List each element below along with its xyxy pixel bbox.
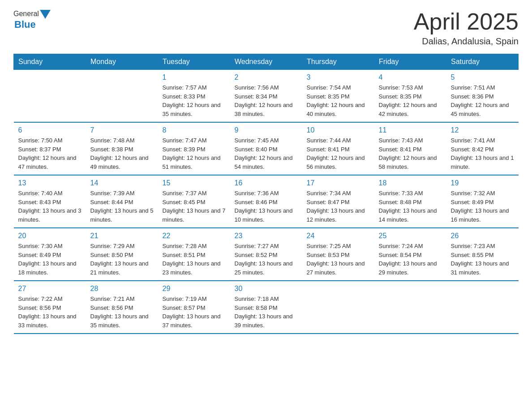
calendar-cell: 18Sunrise: 7:33 AMSunset: 8:48 PMDayligh… — [374, 175, 446, 228]
day-number: 24 — [307, 232, 370, 240]
calendar-cell: 2Sunrise: 7:56 AMSunset: 8:34 PMDaylight… — [230, 70, 302, 123]
day-info: Sunrise: 7:51 AMSunset: 8:36 PMDaylight:… — [451, 83, 514, 118]
calendar-cell: 26Sunrise: 7:23 AMSunset: 8:55 PMDayligh… — [446, 228, 519, 281]
day-number: 11 — [379, 126, 442, 134]
weekday-saturday: Saturday — [446, 54, 519, 70]
day-info: Sunrise: 7:32 AMSunset: 8:49 PMDaylight:… — [451, 189, 514, 224]
calendar-week-row: 6Sunrise: 7:50 AMSunset: 8:37 PMDaylight… — [14, 122, 519, 175]
day-number: 5 — [451, 73, 514, 81]
day-info: Sunrise: 7:34 AMSunset: 8:47 PMDaylight:… — [307, 189, 370, 224]
day-info: Sunrise: 7:53 AMSunset: 8:35 PMDaylight:… — [379, 83, 442, 118]
calendar-cell: 5Sunrise: 7:51 AMSunset: 8:36 PMDaylight… — [446, 70, 519, 123]
day-number: 8 — [163, 126, 226, 134]
day-number: 1 — [163, 73, 226, 81]
day-info: Sunrise: 7:56 AMSunset: 8:34 PMDaylight:… — [235, 83, 298, 118]
calendar-cell — [86, 70, 158, 123]
day-info: Sunrise: 7:22 AMSunset: 8:56 PMDaylight:… — [18, 295, 82, 330]
logo: General Blue — [13, 9, 51, 30]
day-number: 15 — [163, 179, 226, 187]
calendar-cell: 22Sunrise: 7:28 AMSunset: 8:51 PMDayligh… — [158, 228, 230, 281]
calendar-cell: 20Sunrise: 7:30 AMSunset: 8:49 PMDayligh… — [14, 228, 86, 281]
day-number: 7 — [90, 126, 154, 134]
calendar-cell — [374, 281, 446, 334]
day-number: 22 — [163, 232, 226, 240]
calendar-week-row: 13Sunrise: 7:40 AMSunset: 8:43 PMDayligh… — [14, 175, 519, 228]
day-number: 12 — [451, 126, 514, 134]
calendar-week-row: 1Sunrise: 7:57 AMSunset: 8:33 PMDaylight… — [14, 70, 519, 123]
day-number: 17 — [307, 179, 370, 187]
day-number: 19 — [451, 179, 514, 187]
day-info: Sunrise: 7:54 AMSunset: 8:35 PMDaylight:… — [307, 83, 370, 118]
calendar-cell: 9Sunrise: 7:45 AMSunset: 8:40 PMDaylight… — [230, 122, 302, 175]
day-info: Sunrise: 7:39 AMSunset: 8:44 PMDaylight:… — [90, 189, 154, 224]
calendar-cell: 21Sunrise: 7:29 AMSunset: 8:50 PMDayligh… — [86, 228, 158, 281]
weekday-header-row: SundayMondayTuesdayWednesdayThursdayFrid… — [14, 54, 519, 70]
weekday-tuesday: Tuesday — [158, 54, 230, 70]
calendar-cell: 19Sunrise: 7:32 AMSunset: 8:49 PMDayligh… — [446, 175, 519, 228]
day-info: Sunrise: 7:44 AMSunset: 8:41 PMDaylight:… — [307, 136, 370, 171]
day-number: 6 — [18, 126, 82, 134]
day-number: 18 — [379, 179, 442, 187]
calendar-cell: 7Sunrise: 7:48 AMSunset: 8:38 PMDaylight… — [86, 122, 158, 175]
day-info: Sunrise: 7:47 AMSunset: 8:39 PMDaylight:… — [163, 136, 226, 171]
day-info: Sunrise: 7:41 AMSunset: 8:42 PMDaylight:… — [451, 136, 514, 171]
weekday-friday: Friday — [374, 54, 446, 70]
title-area: April 2025 Dalias, Andalusia, Spain — [414, 9, 519, 47]
day-number: 13 — [18, 179, 82, 187]
day-number: 30 — [235, 285, 298, 293]
day-info: Sunrise: 7:57 AMSunset: 8:33 PMDaylight:… — [163, 83, 226, 118]
day-number: 28 — [90, 285, 154, 293]
day-number: 27 — [18, 285, 82, 293]
location-label: Dalias, Andalusia, Spain — [414, 36, 519, 47]
calendar-cell: 23Sunrise: 7:27 AMSunset: 8:52 PMDayligh… — [230, 228, 302, 281]
day-info: Sunrise: 7:36 AMSunset: 8:46 PMDaylight:… — [235, 189, 298, 224]
calendar-cell: 11Sunrise: 7:43 AMSunset: 8:41 PMDayligh… — [374, 122, 446, 175]
day-number: 2 — [235, 73, 298, 81]
logo-arrow-icon — [40, 10, 51, 19]
calendar-cell: 3Sunrise: 7:54 AMSunset: 8:35 PMDaylight… — [302, 70, 374, 123]
day-number: 10 — [307, 126, 370, 134]
calendar-table: SundayMondayTuesdayWednesdayThursdayFrid… — [13, 54, 519, 334]
calendar-cell: 17Sunrise: 7:34 AMSunset: 8:47 PMDayligh… — [302, 175, 374, 228]
calendar-cell: 29Sunrise: 7:19 AMSunset: 8:57 PMDayligh… — [158, 281, 230, 334]
calendar-cell: 30Sunrise: 7:18 AMSunset: 8:58 PMDayligh… — [230, 281, 302, 334]
day-info: Sunrise: 7:24 AMSunset: 8:54 PMDaylight:… — [379, 242, 442, 277]
day-number: 26 — [451, 232, 514, 240]
calendar-cell — [446, 281, 519, 334]
day-info: Sunrise: 7:21 AMSunset: 8:56 PMDaylight:… — [90, 295, 154, 330]
calendar-cell: 14Sunrise: 7:39 AMSunset: 8:44 PMDayligh… — [86, 175, 158, 228]
calendar-cell: 8Sunrise: 7:47 AMSunset: 8:39 PMDaylight… — [158, 122, 230, 175]
day-info: Sunrise: 7:45 AMSunset: 8:40 PMDaylight:… — [235, 136, 298, 171]
calendar-cell: 6Sunrise: 7:50 AMSunset: 8:37 PMDaylight… — [14, 122, 86, 175]
day-number: 25 — [379, 232, 442, 240]
calendar-cell: 24Sunrise: 7:25 AMSunset: 8:53 PMDayligh… — [302, 228, 374, 281]
day-info: Sunrise: 7:40 AMSunset: 8:43 PMDaylight:… — [18, 189, 82, 224]
calendar-cell: 12Sunrise: 7:41 AMSunset: 8:42 PMDayligh… — [446, 122, 519, 175]
day-info: Sunrise: 7:43 AMSunset: 8:41 PMDaylight:… — [379, 136, 442, 171]
weekday-wednesday: Wednesday — [230, 54, 302, 70]
day-number: 29 — [163, 285, 226, 293]
day-info: Sunrise: 7:29 AMSunset: 8:50 PMDaylight:… — [90, 242, 154, 277]
logo-blue-text: Blue — [14, 19, 36, 30]
calendar-week-row: 27Sunrise: 7:22 AMSunset: 8:56 PMDayligh… — [14, 281, 519, 334]
day-number: 4 — [379, 73, 442, 81]
page-header: General Blue April 2025 Dalias, Andalusi… — [13, 9, 519, 47]
day-number: 3 — [307, 73, 370, 81]
calendar-cell — [14, 70, 86, 123]
weekday-monday: Monday — [86, 54, 158, 70]
calendar-cell: 16Sunrise: 7:36 AMSunset: 8:46 PMDayligh… — [230, 175, 302, 228]
day-number: 14 — [90, 179, 154, 187]
day-info: Sunrise: 7:27 AMSunset: 8:52 PMDaylight:… — [235, 242, 298, 277]
calendar-cell: 15Sunrise: 7:37 AMSunset: 8:45 PMDayligh… — [158, 175, 230, 228]
day-number: 16 — [235, 179, 298, 187]
day-info: Sunrise: 7:25 AMSunset: 8:53 PMDaylight:… — [307, 242, 370, 277]
calendar-cell: 13Sunrise: 7:40 AMSunset: 8:43 PMDayligh… — [14, 175, 86, 228]
weekday-sunday: Sunday — [14, 54, 86, 70]
calendar-cell: 4Sunrise: 7:53 AMSunset: 8:35 PMDaylight… — [374, 70, 446, 123]
day-number: 23 — [235, 232, 298, 240]
day-info: Sunrise: 7:33 AMSunset: 8:48 PMDaylight:… — [379, 189, 442, 224]
day-info: Sunrise: 7:30 AMSunset: 8:49 PMDaylight:… — [18, 242, 82, 277]
weekday-thursday: Thursday — [302, 54, 374, 70]
day-info: Sunrise: 7:18 AMSunset: 8:58 PMDaylight:… — [235, 295, 298, 330]
day-number: 21 — [90, 232, 154, 240]
